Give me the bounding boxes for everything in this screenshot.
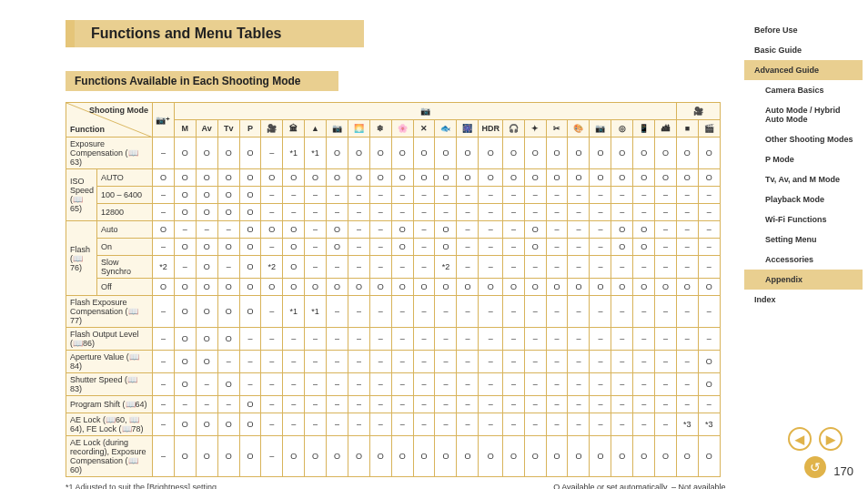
cell: –: [326, 373, 348, 396]
cell: –: [611, 328, 633, 351]
cell: –: [261, 239, 283, 256]
cell: O: [326, 169, 348, 187]
cell: –: [502, 396, 524, 413]
sidebar-item[interactable]: Before Use: [744, 20, 863, 40]
sidebar-item[interactable]: Other Shooting Modes: [744, 129, 863, 149]
cell: –: [633, 296, 655, 328]
sidebar-item[interactable]: Index: [744, 290, 863, 310]
cell: O: [283, 169, 305, 187]
sidebar-item[interactable]: Basic Guide: [744, 40, 863, 60]
cell: –: [413, 351, 435, 373]
cell: *2: [261, 256, 283, 279]
cell: O: [217, 328, 239, 351]
cell: –: [568, 328, 590, 351]
cell: O: [568, 138, 590, 169]
cell: O: [261, 279, 283, 296]
sidebar-item[interactable]: Playback Mode: [744, 189, 863, 209]
cell: –: [611, 396, 633, 413]
cell: –: [413, 187, 435, 204]
cell: O: [502, 138, 524, 169]
cell: O: [326, 138, 348, 169]
return-button[interactable]: ↺: [804, 456, 826, 478]
cell: O: [152, 221, 174, 239]
cell: –: [590, 221, 611, 239]
sidebar-item[interactable]: Auto Mode / Hybrid Auto Mode: [744, 100, 863, 129]
cell: O: [369, 169, 391, 187]
cell: O: [435, 436, 457, 477]
cell: –: [457, 256, 479, 279]
cell: –: [391, 296, 413, 328]
cell: –: [261, 436, 283, 477]
function-label: Flash Exposure Compensation (📖77): [66, 296, 153, 328]
column-header: ■: [677, 120, 699, 138]
cell: –: [152, 204, 174, 221]
cell: O: [175, 204, 197, 221]
cell: O: [391, 436, 413, 477]
cell: *2: [435, 256, 457, 279]
sidebar-item[interactable]: Appendix: [744, 270, 863, 290]
cell: –: [239, 328, 261, 351]
cell: –: [568, 351, 590, 373]
cell: O: [611, 436, 633, 477]
cell: –: [152, 396, 174, 413]
cell: –: [217, 351, 239, 373]
cell: –: [369, 221, 391, 239]
sidebar-nav: Before UseBasic GuideAdvanced GuideCamer…: [744, 20, 863, 310]
cell: –: [305, 239, 327, 256]
cell: O: [175, 436, 197, 477]
sidebar-item[interactable]: Wi-Fi Functions: [744, 209, 863, 229]
cell: –: [175, 396, 197, 413]
cell: –: [546, 413, 568, 436]
cell: –: [305, 373, 327, 396]
cell: –: [305, 396, 327, 413]
cell: –: [502, 296, 524, 328]
table-row: Slow Synchro*2–O–O*2O––––––*2–––––––––––…: [66, 256, 721, 279]
sidebar-item[interactable]: Advanced Guide: [744, 60, 863, 80]
column-header: 🏙: [655, 120, 677, 138]
cell: –: [677, 396, 699, 413]
cell: O: [677, 436, 699, 477]
cell: –: [283, 413, 305, 436]
page-number: 170: [833, 464, 853, 478]
prev-page-button[interactable]: ◀: [788, 427, 812, 451]
cell: –: [391, 204, 413, 221]
cell: –: [413, 221, 435, 239]
sidebar-item[interactable]: Camera Basics: [744, 80, 863, 100]
cell: –: [568, 204, 590, 221]
cell: –: [369, 296, 391, 328]
cell: O: [217, 436, 239, 477]
cell: –: [457, 296, 479, 328]
cell: O: [655, 169, 677, 187]
cell: –: [196, 221, 217, 239]
sidebar-item[interactable]: Tv, Av, and M Mode: [744, 169, 863, 189]
function-sublabel: On: [97, 239, 153, 256]
cell: O: [175, 187, 197, 204]
cell: –: [502, 204, 524, 221]
cell: O: [217, 138, 239, 169]
cell: –: [546, 239, 568, 256]
cell: –: [677, 373, 699, 396]
next-page-button[interactable]: ▶: [819, 427, 843, 451]
cell: –: [261, 351, 283, 373]
cell: O: [175, 169, 197, 187]
column-header: 🎬: [698, 120, 720, 138]
cell: –: [261, 396, 283, 413]
cell: –: [457, 351, 479, 373]
cell: –: [655, 351, 677, 373]
cell: –: [655, 373, 677, 396]
cell: –: [525, 204, 547, 221]
main-content: Functions and Menu Tables Functions Avai…: [66, 20, 728, 489]
page-title: Functions and Menu Tables: [66, 20, 364, 47]
sidebar-item[interactable]: P Mode: [744, 149, 863, 169]
cell: –: [479, 413, 503, 436]
cell: O: [391, 138, 413, 169]
cell: O: [239, 436, 261, 477]
cell: O: [677, 138, 699, 169]
cell: O: [196, 187, 217, 204]
function-label: Exposure Compensation (📖63): [66, 138, 153, 169]
table-row: Flash Output Level (📖86)–OOO––––––––––––…: [66, 328, 721, 351]
sidebar-item[interactable]: Setting Menu: [744, 229, 863, 250]
cell: O: [435, 239, 457, 256]
cell: O: [283, 256, 305, 279]
sidebar-item[interactable]: Accessories: [744, 250, 863, 270]
